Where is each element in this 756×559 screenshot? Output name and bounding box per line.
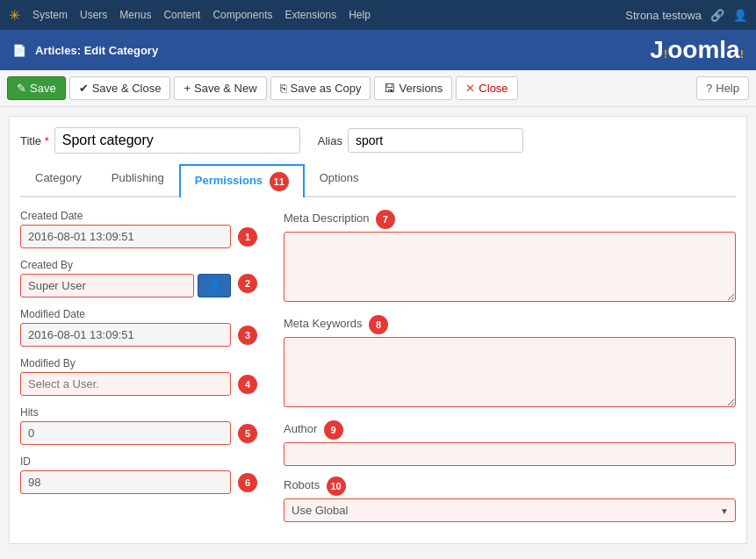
help-icon: ? xyxy=(706,82,712,95)
meta-description-field: Meta Description 7 xyxy=(284,210,736,305)
save-icon: ✎ xyxy=(17,82,26,95)
author-input[interactable] xyxy=(284,442,736,466)
right-column: Meta Description 7 Meta Keywords 8 Autho… xyxy=(284,210,736,533)
created-date-input xyxy=(20,225,231,248)
save-button[interactable]: ✎ Save xyxy=(7,76,66,100)
robots-field: Robots 10 Use Global Index, Follow No In… xyxy=(284,477,736,522)
tab-options[interactable]: Options xyxy=(305,164,374,197)
id-label: ID xyxy=(20,455,257,468)
id-badge: 6 xyxy=(238,473,257,492)
nav-content[interactable]: Content xyxy=(163,9,200,21)
save-new-button[interactable]: + Save & New xyxy=(174,76,266,100)
site-name[interactable]: Strona testowa xyxy=(625,9,702,22)
close-button[interactable]: ✕ Close xyxy=(456,76,517,100)
permissions-badge: 11 xyxy=(270,172,289,191)
modified-date-input xyxy=(20,323,231,347)
hits-input xyxy=(20,421,231,445)
modified-by-label: Modified By xyxy=(20,357,257,369)
hits-field: Hits 5 xyxy=(20,406,257,445)
created-date-label: Created Date xyxy=(20,210,257,222)
robots-label: Robots 10 xyxy=(284,477,736,496)
meta-description-input[interactable] xyxy=(284,232,736,302)
main-content: Title * Alias Category Publishing Permis… xyxy=(9,116,747,544)
robots-badge: 10 xyxy=(327,477,346,496)
copy-icon: ⎘ xyxy=(280,82,287,95)
created-by-field: Created By 👤 2 xyxy=(20,259,257,297)
save-close-button[interactable]: ✔ Save & Close xyxy=(69,76,171,100)
robots-select[interactable]: Use Global Index, Follow No Index, Follo… xyxy=(284,498,736,522)
meta-description-badge: 7 xyxy=(376,210,395,229)
nav-extensions[interactable]: Extensions xyxy=(284,9,336,21)
nav-menus[interactable]: Menus xyxy=(119,9,151,21)
created-by-label: Created By xyxy=(20,259,257,271)
meta-keywords-label: Meta Keywords 8 xyxy=(284,315,736,334)
nav-components[interactable]: Components xyxy=(212,9,272,21)
versions-button[interactable]: 🖫 Versions xyxy=(374,76,452,100)
author-badge: 9 xyxy=(324,420,343,440)
alias-input[interactable] xyxy=(348,128,523,153)
modified-by-badge: 4 xyxy=(238,375,257,394)
user-icon: 👤 xyxy=(207,279,221,292)
title-label: Title * xyxy=(20,134,49,147)
page-title: Articles: Edit Category xyxy=(35,44,158,57)
select-user-button[interactable]: 👤 xyxy=(198,274,231,297)
alias-label: Alias xyxy=(318,134,342,147)
id-input xyxy=(20,470,231,494)
title-bar: 📄 Articles: Edit Category J!oomla! xyxy=(0,30,756,70)
created-date-field: Created Date 1 xyxy=(20,210,257,248)
title-alias-row: Title * Alias xyxy=(20,127,736,154)
created-by-input[interactable] xyxy=(20,274,194,297)
nav-system[interactable]: System xyxy=(32,9,68,21)
meta-keywords-field: Meta Keywords 8 xyxy=(284,315,736,410)
publishing-form: Created Date 1 Created By 👤 2 xyxy=(20,210,736,533)
meta-keywords-badge: 8 xyxy=(369,315,388,334)
alias-field-group: Alias xyxy=(318,128,523,153)
toolbar: ✎ Save ✔ Save & Close + Save & New ⎘ Sav… xyxy=(0,70,756,107)
nav-help[interactable]: Help xyxy=(349,9,371,21)
user-menu-icon[interactable]: 👤 xyxy=(733,9,747,22)
title-input[interactable] xyxy=(54,127,300,154)
author-field: Author 9 xyxy=(284,420,736,466)
modified-by-input[interactable] xyxy=(20,372,231,396)
joomla-brand: J!oomla! xyxy=(650,36,744,63)
created-by-badge: 2 xyxy=(238,274,257,293)
nav-users[interactable]: Users xyxy=(80,9,107,21)
tab-bar: Category Publishing Permissions 11 Optio… xyxy=(20,162,736,197)
modified-date-field: Modified Date 3 xyxy=(20,308,257,347)
meta-description-label: Meta Description 7 xyxy=(284,210,736,229)
title-field-group: Title * xyxy=(20,127,300,154)
joomla-logo-nav: ✳ xyxy=(9,7,20,24)
close-icon: ✕ xyxy=(465,82,475,95)
help-button[interactable]: ? Help xyxy=(696,76,749,100)
checkmark-icon: ✔ xyxy=(79,82,89,95)
page-icon: 📄 xyxy=(12,44,26,57)
external-link-icon[interactable]: 🔗 xyxy=(710,9,724,22)
top-navigation: ✳ System Users Menus Content Components … xyxy=(0,0,756,30)
meta-keywords-input[interactable] xyxy=(284,337,736,407)
tab-publishing[interactable]: Publishing xyxy=(97,164,179,197)
versions-icon: 🖫 xyxy=(384,82,395,95)
created-date-badge: 1 xyxy=(238,227,257,247)
modified-date-label: Modified Date xyxy=(20,308,257,320)
hits-badge: 5 xyxy=(238,424,257,443)
id-field: ID 6 xyxy=(20,455,257,494)
tab-permissions[interactable]: Permissions 11 xyxy=(179,164,305,197)
save-copy-button[interactable]: ⎘ Save as Copy xyxy=(270,76,371,100)
modified-by-field: Modified By 4 xyxy=(20,357,257,396)
plus-icon: + xyxy=(184,82,191,95)
left-column: Created Date 1 Created By 👤 2 xyxy=(20,210,257,533)
tab-category[interactable]: Category xyxy=(20,164,97,197)
required-indicator: * xyxy=(45,134,49,147)
hits-label: Hits xyxy=(20,406,257,419)
author-label: Author 9 xyxy=(284,420,736,440)
modified-date-badge: 3 xyxy=(238,326,257,345)
